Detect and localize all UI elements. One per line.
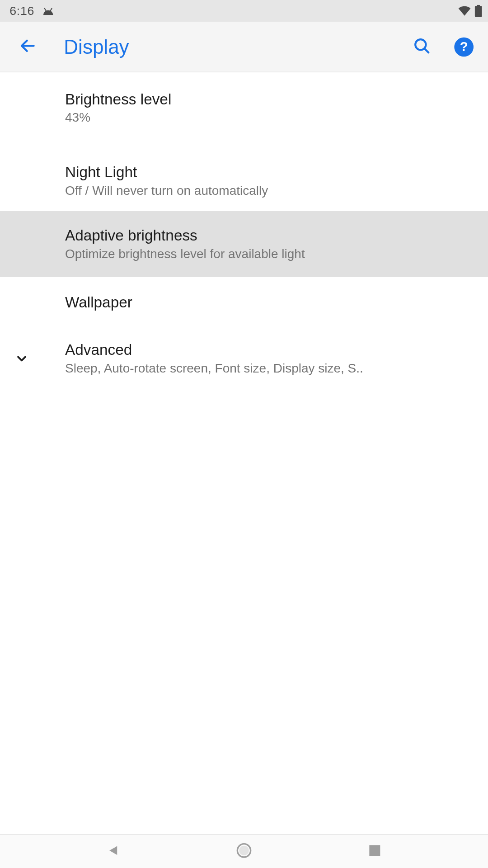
- setting-title: Brightness level: [65, 90, 476, 108]
- svg-rect-9: [369, 845, 380, 856]
- setting-sub: 43%: [65, 110, 476, 125]
- settings-list: Brightness level 43% Night Light Off / W…: [0, 74, 488, 835]
- page-title: Display: [64, 35, 129, 58]
- help-button[interactable]: ?: [452, 35, 476, 59]
- app-bar-actions: ?: [410, 35, 476, 59]
- setting-title: Advanced: [65, 341, 476, 359]
- chevron-down-icon: [13, 350, 30, 367]
- setting-adaptive-brightness[interactable]: Adaptive brightness Optimize brightness …: [0, 211, 488, 277]
- wifi-icon: [458, 5, 471, 16]
- svg-line-0: [45, 9, 46, 11]
- setting-wallpaper[interactable]: Wallpaper: [0, 277, 488, 328]
- square-recent-icon: [369, 844, 381, 859]
- setting-sub: Off / Will never turn on automatically: [65, 183, 476, 198]
- nav-recent-button[interactable]: [357, 840, 393, 863]
- setting-night-light[interactable]: Night Light Off / Will never turn on aut…: [0, 150, 488, 211]
- setting-title: Adaptive brightness: [65, 226, 476, 244]
- status-right: [458, 5, 482, 17]
- svg-rect-3: [477, 5, 480, 7]
- triangle-back-icon: [107, 844, 120, 859]
- help-icon: ?: [454, 37, 474, 57]
- status-left: 6:16: [9, 4, 55, 18]
- search-button[interactable]: [410, 35, 434, 59]
- setting-sub: Sleep, Auto-rotate screen, Font size, Di…: [65, 361, 476, 376]
- navigation-bar: [0, 834, 488, 868]
- circle-home-icon: [236, 842, 252, 860]
- status-time: 6:16: [9, 4, 34, 18]
- back-button[interactable]: [16, 35, 40, 59]
- setting-brightness-level[interactable]: Brightness level 43%: [0, 74, 488, 138]
- setting-advanced[interactable]: Advanced Sleep, Auto-rotate screen, Font…: [0, 328, 488, 389]
- svg-point-8: [239, 845, 249, 855]
- app-bar: Display ?: [0, 22, 488, 72]
- nav-back-button[interactable]: [95, 840, 131, 863]
- nav-home-button[interactable]: [226, 840, 262, 863]
- arrow-left-icon: [19, 37, 37, 57]
- setting-sub: Optimize brightness level for available …: [65, 246, 476, 261]
- svg-line-6: [424, 48, 428, 52]
- android-icon: [42, 7, 55, 15]
- svg-rect-2: [475, 6, 482, 17]
- svg-line-1: [50, 9, 52, 11]
- search-icon: [413, 37, 431, 57]
- status-bar: 6:16: [0, 0, 488, 22]
- battery-icon: [475, 5, 482, 17]
- setting-title: Night Light: [65, 163, 476, 181]
- setting-title: Wallpaper: [65, 293, 476, 311]
